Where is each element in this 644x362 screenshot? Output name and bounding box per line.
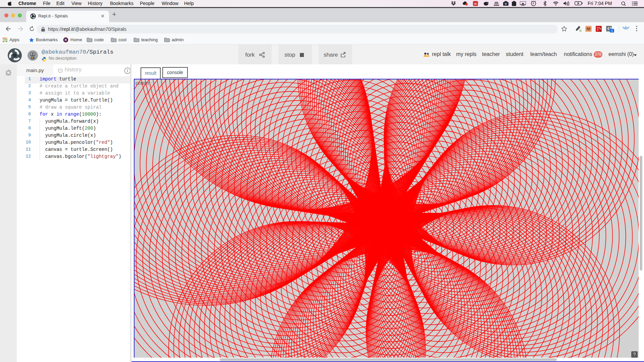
svg-text:B: B: [65, 38, 67, 42]
svg-text:1: 1: [611, 29, 613, 33]
svg-text:m: m: [474, 2, 477, 6]
